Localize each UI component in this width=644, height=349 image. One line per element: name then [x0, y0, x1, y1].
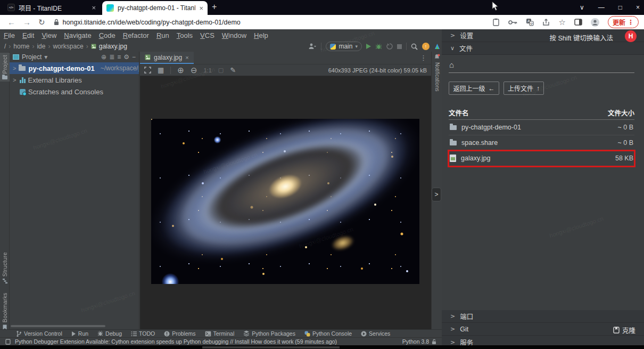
chevron-right-icon[interactable]: > — [13, 77, 17, 83]
hide-panel-icon[interactable]: − — [132, 53, 136, 61]
tool-window-project[interactable]: Project — [0, 53, 10, 82]
zoom-to-fit-icon[interactable] — [144, 67, 151, 74]
tree-row-root[interactable]: > py-chatgpt-demo-01 ~/workspace/py-ch — [10, 62, 139, 74]
url-text[interactable]: hongxi.titanide.cn/ide/web/coding/py-cha… — [63, 19, 241, 26]
address-bar[interactable]: hongxi.titanide.cn/ide/web/coding/py-cha… — [54, 19, 492, 26]
event-log-icon[interactable] — [5, 339, 11, 345]
maximize-icon[interactable]: □ — [618, 4, 622, 11]
section-settings[interactable]: > 设置 — [442, 29, 644, 42]
reading-list-icon[interactable] — [492, 18, 500, 26]
minimize-icon[interactable]: — — [598, 4, 605, 11]
panel-settings-icon[interactable]: ⚙ — [123, 53, 129, 61]
password-key-icon[interactable] — [508, 20, 517, 25]
chevron-right-icon[interactable]: > — [13, 65, 16, 71]
browser-tab-ide[interactable]: py-chatgpt-demo-01 - TitanID × — [102, 1, 208, 15]
tool-todo[interactable]: TODO — [131, 330, 155, 337]
forward-icon[interactable]: → — [23, 18, 31, 27]
expand-all-icon[interactable]: ≣ — [109, 53, 114, 61]
file-row[interactable]: py-chatgpt-demo-01 ~ 0 B — [449, 120, 634, 135]
browser-update-button[interactable]: 更新 ⋮ — [608, 16, 639, 28]
tool-terminal[interactable]: Terminal — [205, 330, 235, 337]
tool-version-control[interactable]: Version Control — [16, 330, 62, 337]
grid-toggle-icon[interactable]: ▦ — [158, 66, 164, 74]
menu-view[interactable]: View — [38, 31, 60, 39]
file-row-highlighted[interactable]: galaxy.jpg 58 KB — [449, 151, 634, 166]
section-ports[interactable]: > 端口 — [442, 310, 644, 323]
menu-window[interactable]: Window — [218, 31, 250, 39]
tree-row-scratches[interactable]: Scratches and Consoles — [10, 86, 139, 98]
menu-code[interactable]: Code — [95, 31, 119, 39]
menu-tools[interactable]: Tools — [173, 31, 196, 39]
tree-row-external-libraries[interactable]: > External Libraries — [10, 74, 139, 86]
edit-externally-icon[interactable]: ✎ — [230, 66, 236, 74]
user-dropdown-icon[interactable] — [308, 43, 317, 50]
tab-close-icon[interactable]: × — [92, 4, 96, 12]
go-up-button[interactable]: 返回上一级 ← — [449, 82, 499, 95]
unlocked-icon[interactable] — [432, 339, 436, 345]
tool-window-notifications[interactable]: Notifications — [432, 54, 442, 91]
crumb-ide[interactable]: ide — [37, 43, 45, 50]
tab-close-icon[interactable]: × — [185, 54, 188, 61]
file-name[interactable]: py-chatgpt-demo-01 — [461, 124, 521, 131]
menu-vcs[interactable]: VCS — [196, 31, 218, 39]
zoom-out-icon[interactable]: ⊖ — [191, 66, 197, 75]
crumb-file[interactable]: galaxy.jpg — [99, 43, 127, 50]
file-name[interactable]: galaxy.jpg — [461, 155, 490, 162]
new-tab-button[interactable]: + — [212, 2, 217, 12]
menu-edit[interactable]: Edit — [19, 31, 38, 39]
file-name[interactable]: space.share — [461, 139, 498, 147]
horizontal-scrollbar[interactable] — [202, 346, 340, 348]
project-panel-title[interactable]: Project — [22, 53, 42, 61]
menu-refactor[interactable]: Refactor — [119, 31, 153, 39]
expand-panel-chevron[interactable]: > — [432, 188, 441, 201]
git-clone-button[interactable]: 克隆 — [613, 325, 635, 335]
ide-services-icon[interactable] — [434, 43, 441, 50]
python-interpreter[interactable]: Python 3.8 — [402, 338, 436, 345]
side-panel-icon[interactable] — [574, 19, 582, 26]
search-everywhere-icon[interactable] — [411, 43, 418, 50]
tool-window-bookmarks[interactable]: Bookmarks — [0, 290, 10, 332]
chevron-down-icon[interactable]: ▾ — [44, 53, 47, 61]
tab-close-icon[interactable]: × — [199, 4, 203, 12]
profile-icon[interactable] — [591, 18, 599, 27]
crumb-root[interactable]: / — [4, 43, 6, 50]
horizontal-scrollbar[interactable] — [11, 325, 105, 327]
tool-window-structure[interactable]: Structure — [0, 250, 10, 286]
user-avatar[interactable]: H — [625, 30, 637, 42]
update-available-icon[interactable]: ↑ — [422, 43, 430, 50]
tool-debug[interactable]: Debug — [97, 330, 122, 337]
menu-help[interactable]: Help — [250, 31, 272, 39]
home-icon[interactable]: ⌂ — [449, 60, 454, 69]
tool-services[interactable]: Services — [361, 330, 390, 337]
status-message[interactable]: Python Debugger Extension Available: Cyt… — [15, 338, 337, 345]
collapse-all-icon[interactable]: ≡ — [117, 53, 121, 61]
section-git[interactable]: > Git 克隆 — [442, 323, 644, 336]
browser-tab-project[interactable]: </> 项目 - TitanIDE × — [3, 1, 100, 14]
run-config-selector[interactable]: main ▾ — [326, 42, 362, 51]
menu-run[interactable]: Run — [153, 31, 173, 39]
back-icon[interactable]: ← — [7, 18, 15, 27]
file-row[interactable]: space.share ~ 0 B — [449, 135, 634, 151]
tool-problems[interactable]: Problems — [164, 330, 195, 337]
share-icon[interactable] — [542, 19, 550, 26]
reload-icon[interactable]: ↻ — [38, 18, 45, 27]
crumb-workspace[interactable]: workspace — [53, 43, 83, 50]
tool-run[interactable]: Run — [71, 330, 88, 337]
section-files[interactable]: ∨ 文件 — [442, 42, 644, 55]
translate-icon[interactable]: A文 — [526, 18, 534, 26]
tool-python-console[interactable]: Python Console — [304, 330, 352, 337]
zoom-in-icon[interactable]: ⊕ — [177, 66, 184, 75]
editor-tab-galaxy[interactable]: galaxy.jpg × — [140, 52, 194, 64]
close-icon[interactable]: × — [636, 4, 640, 11]
bookmark-star-icon[interactable]: ☆ — [559, 18, 566, 27]
run-button[interactable] — [366, 44, 371, 49]
crumb-home[interactable]: home — [13, 43, 29, 50]
menu-file[interactable]: File — [0, 31, 19, 39]
tab-options-kebab-icon[interactable]: ⋮ — [420, 54, 427, 62]
tab-search-icon[interactable]: ∨ — [580, 4, 584, 11]
upload-file-button[interactable]: 上传文件 ↑ — [503, 82, 544, 95]
menu-kebab-icon[interactable]: ⋮ — [628, 19, 634, 26]
locate-file-icon[interactable]: ⊕ — [101, 53, 106, 61]
menu-navigate[interactable]: Navigate — [60, 31, 95, 39]
debug-button[interactable] — [375, 43, 382, 50]
